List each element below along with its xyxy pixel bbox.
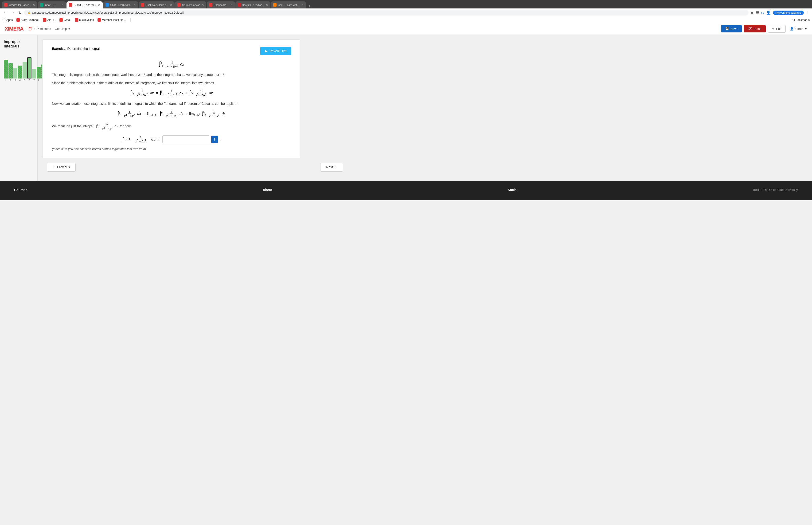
back-button[interactable]: ← (2, 11, 8, 15)
tab-label: 87d138...: *Up the... (74, 3, 96, 6)
browser-tab-chatc[interactable]: Chat - Learn with... ✕ (271, 1, 306, 9)
tab-label: CarmenCanvas (182, 3, 200, 6)
tab-close-icon[interactable]: ✕ (61, 3, 64, 6)
tab-favicon (209, 3, 212, 6)
save-icon: 💾 (725, 27, 729, 31)
menu-icon[interactable]: ⋮ (806, 11, 810, 15)
chart-bar-7[interactable]: 7 (32, 69, 36, 81)
tab-label: Chat - Learn with... (278, 3, 300, 6)
bookmark-member[interactable]: Member Institutio... (97, 18, 126, 21)
limits-integral: ∫61 1 x3 − 5x2 dx = limb→5− ∫b1 1 x3 − 5… (52, 110, 291, 118)
lock-icon: 🔒 (28, 11, 31, 14)
explanation-1: The integral is improper since the denom… (52, 72, 291, 77)
browser-tab-xim[interactable]: 87d138...: *Up the... ✕ (66, 1, 103, 9)
chart-bar-3[interactable]: 3 (13, 68, 17, 81)
help-menu[interactable]: Get Help ▼ (55, 27, 71, 31)
tab-close-icon[interactable]: ✕ (301, 3, 304, 6)
google-icon[interactable]: G (761, 11, 764, 15)
note-text: (make sure you use absolute values aroun… (52, 147, 291, 151)
tab-label: ChatGPT (45, 3, 56, 6)
forward-button[interactable]: → (10, 11, 16, 15)
tab-label: 0da72a...: *Adjac... (243, 3, 264, 6)
chart-bar-4[interactable]: 4 (18, 65, 22, 81)
help-button[interactable]: ? (211, 136, 218, 143)
nav-footer: ← Previous Next → (42, 158, 348, 176)
next-button[interactable]: Next → (320, 163, 343, 171)
user-icon: 👤 (790, 27, 794, 31)
chart-bar-2[interactable]: 2 (9, 63, 13, 81)
chart-bars: 123456789101112 (4, 53, 34, 81)
erase-icon: ⌫ (748, 27, 752, 31)
main-content: Exercise. Determine the integral. ▶ Reve… (37, 35, 812, 181)
help-chevron-icon: ▼ (68, 27, 71, 31)
toolbar-icons: ★ ☰ G 👤 New Chrome available ⋮ (750, 11, 810, 15)
address-bar[interactable]: 🔒 ximera.osu.edu/mooculus/improperIntegr… (24, 10, 749, 15)
extensions-icon[interactable]: ☰ (756, 11, 759, 15)
tab-favicon (40, 3, 44, 6)
browser-tab-grades[interactable]: Grades for Zaneb... ✕ (2, 1, 37, 9)
exercise-header: Exercise. Determine the integral. ▶ Reve… (52, 47, 291, 55)
browser-tab-chatgpt[interactable]: ChatGPT ✕ (38, 1, 66, 9)
reveal-hint-button[interactable]: ▶ Reveal Hint (260, 47, 291, 55)
bookmark-apps[interactable]: ☷ Apps (2, 18, 13, 22)
tab-favicon (69, 3, 72, 6)
tab-close-icon[interactable]: ✕ (202, 3, 204, 6)
exercise-card: Exercise. Determine the integral. ▶ Reve… (42, 40, 301, 158)
bookmark-star-icon[interactable]: ★ (750, 11, 753, 15)
browser-tab-dash[interactable]: Dashboard ✕ (207, 1, 235, 9)
reload-button[interactable]: ↻ (17, 11, 22, 15)
tab-label: Chat - Learn with... (110, 3, 132, 6)
browser-tab-adj[interactable]: 0da72a...: *Adjac... ✕ (235, 1, 271, 9)
explanation-4: We focus on just the integral ∫b1 1 x3 −… (52, 121, 291, 131)
tab-close-icon[interactable]: ✕ (33, 3, 35, 6)
browser-tab-canvas[interactable]: CarmenCanvas ✕ (175, 1, 206, 9)
tab-label: Dashboard (214, 3, 227, 6)
left-sidebar: Improper integrals 123456789101112 (0, 35, 37, 181)
header-meta: ⏰ in 15 minutes Get Help ▼ (28, 27, 71, 31)
tab-bar: Grades for Zaneb... ✕ ChatGPT ✕ 87d138..… (2, 1, 810, 9)
browser-tab-buckeye[interactable]: Buckeye Village A... ✕ (139, 1, 174, 9)
new-tab-button[interactable]: + (306, 3, 313, 9)
chart-bar-6[interactable]: 6 (27, 57, 31, 81)
address-text: ximera.osu.edu/mooculus/improperIntegral… (32, 11, 745, 14)
tab-favicon (178, 3, 181, 6)
tab-close-icon[interactable]: ✕ (230, 3, 233, 6)
app-logo: XIMERA (5, 26, 24, 32)
tab-favicon (238, 3, 241, 6)
all-bookmarks[interactable]: All Bookmarks (792, 18, 810, 21)
bookmark-gmail[interactable]: Gmail (59, 18, 71, 21)
tab-label: Buckeye Village A... (146, 3, 168, 6)
chrome-update-badge[interactable]: New Chrome available (773, 11, 804, 15)
tab-favicon (141, 3, 144, 6)
bookmark-buckeyelink[interactable]: buckeyelink (75, 18, 94, 21)
footer-about: About (263, 188, 272, 193)
time-indicator: ⏰ in 15 minutes (28, 27, 51, 31)
user-menu[interactable]: 👤 Zaneb ▼ (790, 27, 807, 31)
chart-bar-1[interactable]: 1 (4, 60, 8, 81)
browser-tab-chat-learn[interactable]: Chat - Learn with... ✕ (103, 1, 138, 9)
tab-close-icon[interactable]: ✕ (134, 3, 136, 6)
tab-close-icon[interactable]: ✕ (98, 3, 100, 6)
previous-button[interactable]: ← Previous (47, 163, 76, 171)
edit-icon: ✎ (772, 27, 775, 31)
header-actions: 💾 Save ⌫ Erase ✎ Edit 👤 Zaneb ▼ (721, 25, 807, 33)
erase-button[interactable]: ⌫ Erase (744, 25, 766, 32)
address-bar-row: ← → ↻ 🔒 ximera.osu.edu/mooculus/improper… (0, 9, 812, 17)
tab-favicon (273, 3, 277, 6)
page-footer: Courses About Social Built at The Ohio S… (0, 181, 812, 200)
bookmarks-bar: ☷ Apps Stats Textbook AP LIT Gmail bucke… (0, 17, 812, 23)
tab-close-icon[interactable]: ✕ (266, 3, 268, 6)
content-area: Improper integrals 123456789101112 Exerc… (0, 35, 812, 181)
bookmark-stats[interactable]: Stats Textbook (16, 18, 39, 21)
tab-favicon (106, 3, 109, 6)
progress-chart: 123456789101112 (0, 51, 37, 84)
profile-icon[interactable]: 👤 (766, 11, 771, 15)
tab-label: Grades for Zaneb... (9, 3, 31, 6)
footer-built: Built at The Ohio State University (753, 188, 798, 192)
edit-button[interactable]: ✎ Edit (768, 25, 786, 33)
tab-close-icon[interactable]: ✕ (170, 3, 172, 6)
chart-bar-5[interactable]: 5 (22, 62, 27, 81)
bookmark-aplit[interactable]: AP LIT (43, 18, 56, 21)
answer-input[interactable] (162, 135, 209, 144)
save-button[interactable]: 💾 Save (721, 25, 742, 32)
